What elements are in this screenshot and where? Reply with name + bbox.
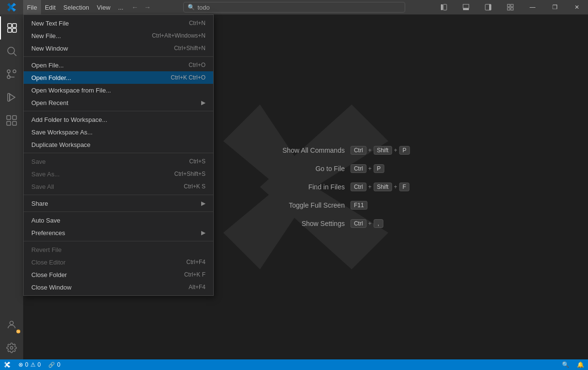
preferences-label: Preferences: [31, 229, 65, 237]
statusbar-logo-icon: [4, 361, 11, 368]
more-menu[interactable]: ...: [114, 0, 127, 14]
save-as-label: Save As...: [31, 171, 60, 178]
run-debug-icon[interactable]: [0, 86, 23, 109]
file-menu[interactable]: File: [23, 0, 41, 14]
save-all-shortcut: Ctrl+K S: [184, 183, 205, 190]
selection-menu[interactable]: Selection: [59, 0, 93, 14]
svg-rect-13: [13, 28, 16, 32]
svg-point-14: [8, 47, 14, 54]
open-file-item[interactable]: Open File... Ctrl+O: [24, 59, 213, 71]
open-file-label: Open File...: [31, 62, 64, 69]
window-controls: — ❐ ✕: [433, 0, 588, 14]
duplicate-workspace-item[interactable]: Duplicate Workspace: [24, 138, 213, 151]
svg-rect-23: [7, 121, 11, 125]
customize-layout-button[interactable]: [499, 0, 521, 14]
save-workspace-label: Save Workspace As...: [31, 129, 93, 136]
toggle-panel-button[interactable]: [455, 0, 477, 14]
save-all-label: Save All: [31, 183, 54, 190]
open-recent-label: Open Recent: [31, 99, 68, 106]
key-ctrl: Ctrl: [351, 183, 367, 191]
key-sep: +: [368, 165, 371, 172]
open-folder-item[interactable]: Open Folder... Ctrl+K Ctrl+O: [24, 71, 213, 84]
shortcuts-panel: Show All Commands Ctrl + Shift + P Go to…: [258, 146, 410, 228]
preferences-item[interactable]: Preferences ▶: [24, 226, 213, 239]
save-item: Save Ctrl+S: [24, 155, 213, 168]
close-editor-item: Close Editor Ctrl+F4: [24, 256, 213, 268]
search-icon: 🔍: [188, 4, 195, 11]
nav-arrows: ← →: [129, 1, 153, 13]
new-file-item[interactable]: New File... Ctrl+Alt+Windows+N: [24, 29, 213, 42]
svg-rect-11: [13, 24, 16, 27]
shortcut-row: Show All Commands Ctrl + Shift + P: [258, 146, 410, 155]
share-item[interactable]: Share ▶: [24, 197, 213, 210]
svg-point-16: [7, 70, 10, 73]
menu-section-workspace: Add Folder to Workspace... Save Workspac…: [24, 111, 213, 153]
statusbar-left: ⊗ 0 ⚠ 0 🔗 0: [0, 359, 64, 370]
key-p: P: [373, 164, 384, 173]
warning-count: 0: [38, 361, 41, 368]
go-to-file-label: Go to File: [258, 165, 345, 172]
open-recent-item[interactable]: Open Recent ▶: [24, 96, 213, 109]
toggle-secondary-sidebar-button[interactable]: [477, 0, 499, 14]
errors-button[interactable]: ⊗ 0 ⚠ 0: [14, 359, 44, 370]
svg-rect-10: [8, 24, 12, 27]
close-window-item[interactable]: Close Window Alt+F4: [24, 281, 213, 293]
source-control-icon[interactable]: [0, 63, 23, 86]
key-sep: +: [368, 184, 371, 190]
titlebar: File Edit Selection View ... ← → 🔍 todo …: [0, 0, 588, 14]
edit-menu[interactable]: Edit: [41, 0, 59, 14]
new-text-file-item[interactable]: New Text File Ctrl+N: [24, 17, 213, 29]
auto-save-item[interactable]: Auto Save: [24, 214, 213, 226]
svg-rect-5: [489, 4, 491, 10]
extensions-icon[interactable]: [0, 109, 23, 132]
revert-file-label: Revert File: [31, 246, 62, 253]
remote-button[interactable]: 🔗 0: [44, 359, 64, 370]
save-as-shortcut: Ctrl+Shift+S: [174, 171, 205, 177]
menu-section-save: Save Ctrl+S Save As... Ctrl+Shift+S Save…: [24, 153, 213, 195]
notifications-button[interactable]: 🔔: [573, 359, 588, 370]
maximize-button[interactable]: ❐: [544, 0, 566, 14]
key-comma: ,: [373, 219, 383, 228]
forward-button[interactable]: →: [142, 1, 153, 13]
view-menu[interactable]: View: [93, 0, 114, 14]
error-icon: ⊗: [18, 361, 23, 368]
key-shift: Shift: [373, 146, 392, 155]
add-folder-to-workspace-item[interactable]: Add Folder to Workspace...: [24, 113, 213, 126]
close-editor-label: Close Editor: [31, 259, 66, 266]
key-sep: +: [394, 184, 397, 190]
minimize-button[interactable]: —: [521, 0, 544, 14]
explorer-icon[interactable]: [0, 16, 23, 40]
toggle-fullscreen-label: Toggle Full Screen: [258, 201, 345, 209]
save-workspace-as-item[interactable]: Save Workspace As...: [24, 126, 213, 138]
save-all-item: Save All Ctrl+K S: [24, 180, 213, 193]
search-bar[interactable]: 🔍 todo: [183, 2, 405, 13]
svg-rect-2: [463, 4, 469, 8]
preferences-arrow: ▶: [201, 229, 205, 236]
zoom-button[interactable]: 🔍: [558, 359, 573, 370]
close-button[interactable]: ✕: [566, 0, 588, 14]
key-shift: Shift: [373, 183, 392, 191]
accounts-icon[interactable]: DL: [0, 313, 23, 336]
open-folder-label: Open Folder...: [31, 74, 71, 81]
menu-bar: File Edit Selection View ... ← →: [23, 0, 153, 14]
settings-icon[interactable]: [0, 336, 23, 359]
menu-section-share: Share ▶: [24, 195, 213, 212]
svg-rect-1: [443, 4, 447, 10]
key-sep: +: [368, 220, 371, 227]
close-folder-item[interactable]: Close Folder Ctrl+K F: [24, 268, 213, 281]
new-window-item[interactable]: New Window Ctrl+Shift+N: [24, 42, 213, 54]
search-sidebar-icon[interactable]: [0, 40, 23, 63]
save-as-item: Save As... Ctrl+Shift+S: [24, 168, 213, 180]
share-label: Share: [31, 200, 48, 207]
open-workspace-from-file-item[interactable]: Open Workspace from File...: [24, 84, 213, 96]
activity-bar: DL: [0, 14, 23, 359]
svg-rect-22: [13, 116, 16, 119]
back-button[interactable]: ←: [129, 1, 141, 13]
toggle-primary-sidebar-button[interactable]: [433, 0, 455, 14]
bell-icon: 🔔: [577, 361, 584, 368]
vscode-badge[interactable]: [0, 359, 14, 370]
close-editor-shortcut: Ctrl+F4: [186, 259, 205, 265]
menu-section-autosave: Auto Save Preferences ▶: [24, 212, 213, 241]
key-ctrl: Ctrl: [351, 219, 367, 228]
zoom-icon: 🔍: [562, 361, 569, 368]
